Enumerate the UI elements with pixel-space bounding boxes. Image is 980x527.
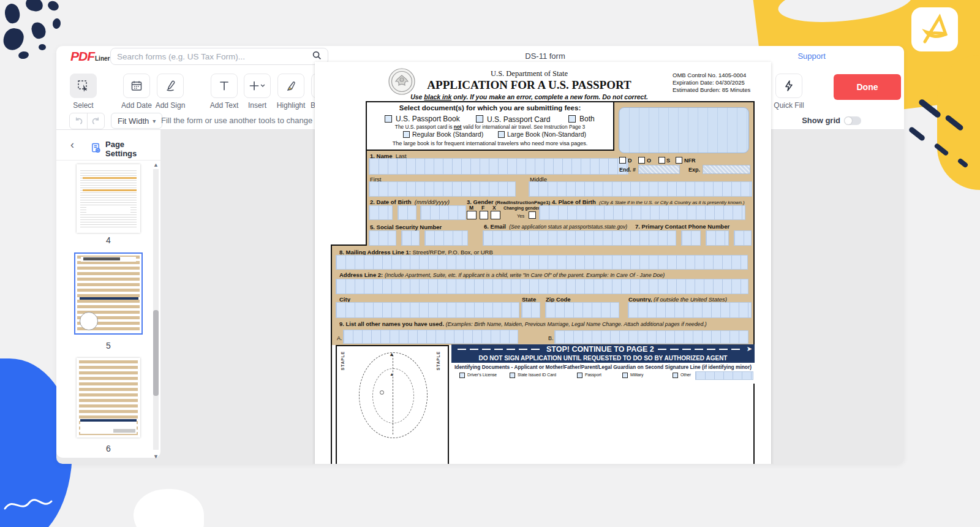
status-d-checkbox[interactable] — [619, 157, 626, 164]
omb-block: OMB Control No. 1405-0004 Expiration Dat… — [673, 72, 750, 94]
scroll-down-icon[interactable]: ▼ — [153, 453, 159, 460]
first-name-field[interactable] — [369, 181, 516, 197]
stop-text: STOP! CONTINUE TO PAGE 2 — [546, 345, 654, 354]
large-book-checkbox[interactable] — [498, 131, 505, 138]
dob-format: (mm/dd/yyyy) — [415, 199, 450, 205]
barcode-field[interactable] — [619, 107, 749, 153]
military-checkbox[interactable] — [622, 373, 628, 378]
passport-book-checkbox[interactable] — [385, 115, 392, 123]
place-of-birth-field[interactable] — [539, 205, 745, 220]
staple-text-right: STAPLE — [436, 351, 440, 370]
pdfliner-logo[interactable]: PDFLiner — [70, 49, 110, 64]
page-settings-button[interactable]: Page Settings — [86, 136, 160, 162]
search-icon[interactable] — [312, 51, 322, 63]
undo-button[interactable] — [70, 113, 87, 129]
both-checkbox[interactable] — [568, 115, 576, 123]
other-id-checkbox[interactable] — [673, 373, 678, 378]
gender-m-checkbox[interactable] — [467, 211, 477, 219]
page-settings-label: Page Settings — [105, 140, 156, 158]
city-field[interactable] — [336, 302, 519, 318]
tool-add-sign[interactable]: Add Sign — [151, 74, 190, 110]
zip-field[interactable] — [545, 302, 619, 318]
page-thumbnail-6[interactable] — [77, 358, 140, 438]
addr2-note: (Include Apartment, Suite, etc. If appli… — [385, 272, 665, 278]
gender-m-label: M — [469, 205, 473, 211]
changing-gender-checkbox[interactable] — [529, 211, 536, 219]
passport-card-checkbox[interactable] — [476, 115, 483, 123]
search-input[interactable] — [117, 52, 312, 61]
address-line1-field[interactable] — [336, 255, 748, 270]
addr2-label: Address Line 2: — [339, 271, 383, 278]
omb-expiration: Expiration Date: 04/30/2025 — [673, 79, 750, 86]
thumbnail-content — [79, 360, 138, 435]
done-button[interactable]: Done — [834, 74, 901, 100]
sidebar-scrollbar[interactable] — [153, 169, 159, 450]
regular-book-checkbox[interactable] — [403, 131, 410, 138]
banner-line-left — [458, 349, 543, 350]
dob-year-field[interactable] — [420, 205, 466, 220]
dob-day-field[interactable] — [398, 205, 417, 220]
zoom-level-select[interactable]: Fit Width ▾ — [111, 113, 162, 129]
email-note: (See application status at passportstatu… — [509, 224, 627, 230]
scroll-up-icon[interactable]: ▲ — [153, 162, 159, 168]
other-id-field[interactable] — [695, 371, 753, 380]
tool-quick-fill[interactable]: Quick Fill — [769, 74, 809, 110]
exp-field[interactable] — [703, 165, 750, 174]
phone-field-1[interactable] — [681, 230, 701, 246]
text-icon — [211, 74, 238, 98]
gender-f-label: F — [481, 205, 484, 211]
passport-id-checkbox[interactable] — [577, 373, 582, 378]
state-field[interactable] — [521, 302, 540, 318]
tool-select[interactable]: Select — [64, 74, 103, 110]
middle-name-field[interactable] — [529, 181, 752, 197]
tool-label: Quick Fill — [769, 101, 809, 110]
name-last-field[interactable] — [369, 158, 628, 175]
page-number: 6 — [56, 444, 160, 453]
other-name-b-field[interactable] — [554, 330, 748, 344]
phone-label: 7. Primary Contact Phone Number — [635, 223, 729, 230]
yes-label: Yes — [517, 213, 524, 219]
redo-button[interactable] — [87, 113, 104, 129]
email-label: 6. Email — [484, 223, 506, 230]
page-thumbnail-4[interactable] — [77, 164, 140, 233]
address-line2-field[interactable] — [336, 279, 748, 294]
logo-pdf-text: PDF — [70, 49, 94, 63]
state-id-checkbox[interactable] — [510, 373, 515, 378]
page-thumbnail-5-selected[interactable] — [74, 252, 143, 335]
gender-f-checkbox[interactable] — [480, 211, 488, 219]
ssn-field-2[interactable] — [401, 230, 420, 246]
identifying-docs-row: Identifying Documents - Applicant or Mot… — [451, 363, 755, 371]
ssn-field-1[interactable] — [369, 230, 396, 246]
drivers-license-checkbox[interactable] — [459, 373, 465, 378]
other-name-a-field[interactable] — [343, 330, 518, 344]
support-link[interactable]: Support — [797, 51, 826, 61]
insert-plus-icon — [244, 74, 271, 98]
search-form-box — [110, 48, 328, 65]
page-number: 5 — [56, 341, 160, 351]
scrollbar-thumb[interactable] — [153, 310, 159, 396]
status-nfr-label: NFR — [684, 157, 696, 164]
document-page: U.S. Department of State APPLICATION FOR… — [315, 62, 771, 464]
ssn-field-3[interactable] — [424, 230, 468, 246]
status-o-checkbox[interactable] — [638, 157, 645, 164]
email-field[interactable] — [483, 230, 676, 246]
gender-x-label: X — [492, 205, 496, 211]
regular-book-label: Regular Book (Standard) — [412, 131, 483, 138]
phone-field-3[interactable] — [734, 230, 752, 246]
collapse-sidebar-icon[interactable]: ‹ — [65, 137, 80, 152]
name-a-label: A. — [337, 335, 342, 341]
ink-instruction: Use black ink only. If you make an error… — [401, 93, 658, 100]
end-number-field[interactable] — [638, 165, 680, 174]
country-field[interactable] — [628, 302, 752, 318]
phone-field-2[interactable] — [706, 230, 729, 246]
show-grid-toggle[interactable] — [844, 116, 861, 125]
gender-x-checkbox[interactable] — [491, 211, 500, 219]
photo-staple-area: STAPLE STAPLE ▲ ▲ — [336, 345, 449, 464]
staple-text-left: STAPLE — [341, 351, 345, 370]
undo-redo-group — [69, 113, 105, 129]
status-nfr-checkbox[interactable] — [676, 157, 682, 164]
dob-month-field[interactable] — [369, 205, 393, 220]
status-s-checkbox[interactable] — [658, 157, 665, 164]
pob-label: 4. Place of Birth — [552, 199, 596, 205]
state-id-label: State Issued ID Card — [518, 373, 556, 377]
